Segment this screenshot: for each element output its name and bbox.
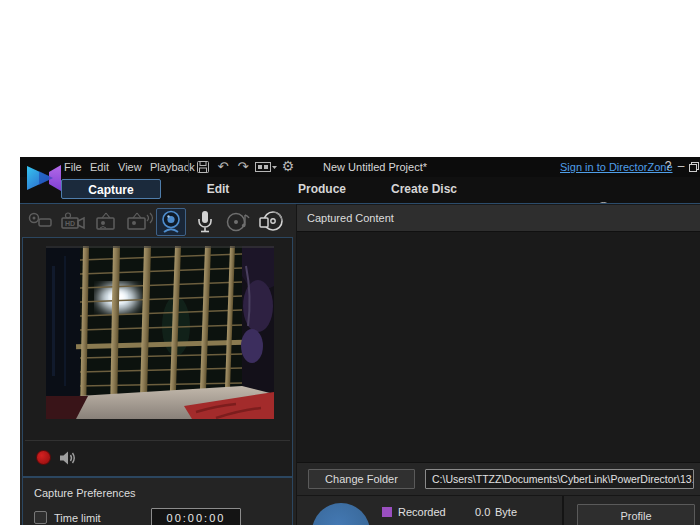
- dv-camcorder-icon[interactable]: [26, 208, 56, 236]
- capture-panel: HD: [20, 204, 296, 525]
- hdv-camcorder-icon[interactable]: HD: [59, 208, 89, 236]
- audio-cd-icon[interactable]: [223, 208, 253, 236]
- capture-source-bar: HD: [20, 205, 296, 238]
- capture-preferences-panel: Capture Preferences Time limit 00:00:00: [22, 477, 293, 525]
- external-disc-icon[interactable]: [256, 208, 286, 236]
- disk-space-pie-chart: [312, 503, 370, 525]
- menu-view[interactable]: View: [114, 157, 146, 177]
- titlebar: File Edit View Playback ↶ ↷ ⚙ New Untitl…: [20, 157, 700, 177]
- profile-button[interactable]: Profile: [577, 504, 695, 525]
- settings-gear-icon[interactable]: ⚙: [280, 157, 296, 177]
- tab-produce[interactable]: Produce: [284, 179, 360, 199]
- project-title: New Untitled Project*: [300, 157, 450, 177]
- volume-speaker-icon[interactable]: [59, 450, 77, 470]
- svg-text:HD: HD: [65, 220, 75, 227]
- captured-content-panel: Captured Content Change Folder C:\Users\…: [297, 204, 700, 525]
- folder-path-field[interactable]: C:\Users\TTZZ\Documents\CyberLink\PowerD…: [425, 469, 694, 489]
- powerdirector-window: File Edit View Playback ↶ ↷ ⚙ New Untitl…: [20, 157, 700, 525]
- restore-window-button[interactable]: [688, 157, 700, 177]
- record-bar-divider: [25, 440, 290, 441]
- webcam-preview-image: [46, 246, 274, 419]
- change-folder-button[interactable]: Change Folder: [308, 469, 415, 489]
- captured-content-list[interactable]: [297, 232, 700, 462]
- record-button[interactable]: [36, 450, 51, 465]
- tab-create-disc[interactable]: Create Disc: [378, 179, 470, 199]
- capture-preview-panel: [22, 237, 293, 477]
- time-limit-field[interactable]: 00:00:00: [151, 508, 241, 525]
- time-limit-checkbox[interactable]: [34, 511, 47, 524]
- capacity-row: Recorded 0.0 Byte Profile: [297, 495, 700, 525]
- tv-signal-icon[interactable]: [92, 208, 122, 236]
- menu-playback[interactable]: Playback: [146, 157, 199, 177]
- recorded-label: Recorded: [398, 506, 446, 518]
- capacity-divider: [562, 496, 564, 525]
- tab-edit[interactable]: Edit: [180, 179, 256, 199]
- tab-capture[interactable]: Capture: [61, 179, 161, 199]
- signin-directorzone-link[interactable]: Sign in to DirectorZone: [560, 157, 673, 177]
- recorded-size-unit: Byte: [495, 506, 517, 518]
- powerdirector-logo-icon: [23, 159, 65, 199]
- webcam-icon[interactable]: [156, 208, 186, 236]
- help-button[interactable]: ?: [662, 157, 674, 177]
- folder-row: Change Folder C:\Users\TTZZ\Documents\Cy…: [297, 462, 700, 495]
- captured-content-title: Captured Content: [307, 212, 394, 224]
- minimize-button[interactable]: –: [675, 157, 687, 177]
- captured-content-header: Captured Content: [297, 205, 700, 232]
- save-icon[interactable]: [195, 157, 211, 177]
- microphone-icon[interactable]: [190, 208, 220, 236]
- undo-icon[interactable]: ↶: [215, 157, 231, 177]
- capture-preferences-title: Capture Preferences: [34, 487, 136, 499]
- time-limit-label: Time limit: [54, 512, 101, 524]
- menu-edit[interactable]: Edit: [86, 157, 113, 177]
- recorded-size-value: 0.0: [475, 506, 490, 518]
- recorded-legend-swatch: [382, 507, 392, 517]
- redo-icon[interactable]: ↷: [235, 157, 251, 177]
- aspect-ratio-icon[interactable]: [254, 157, 278, 177]
- digital-tv-signal-icon[interactable]: [125, 208, 155, 236]
- mode-tab-row: Capture Edit Produce Create Disc ↑PowerD…: [20, 177, 700, 203]
- toolbar-separator: [188, 160, 189, 173]
